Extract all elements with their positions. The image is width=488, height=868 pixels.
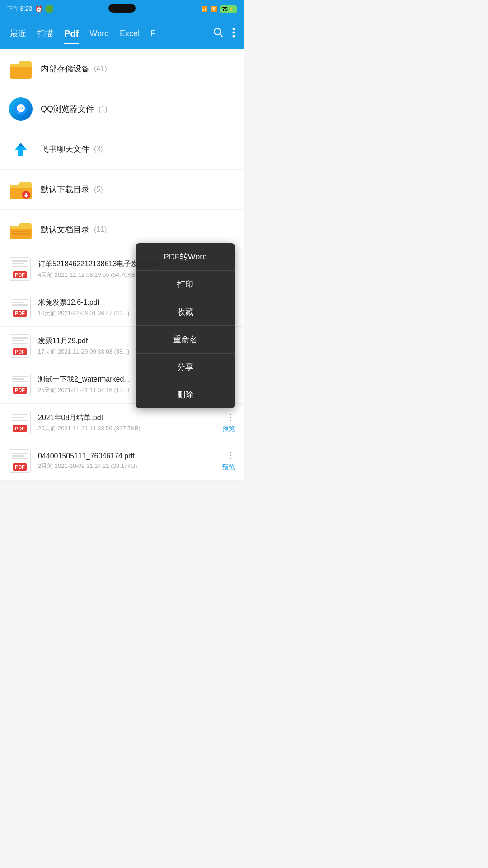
signal-icon: 📶 (201, 6, 208, 12)
more-icon (232, 28, 235, 38)
notch (108, 4, 136, 13)
preview-button-4[interactable]: 预览 (222, 425, 235, 433)
file-name-4: 2021年08月结单.pdf (38, 413, 219, 423)
folder-item-download[interactable]: 默认下载目录 (5) (0, 170, 244, 210)
folder-name-storage: 内部存储设备 (41, 63, 89, 74)
folder-body-feishu: 飞书聊天文件 (3) (41, 144, 103, 155)
file-info-5: 044001505111_76046174.pdf 2月前 2021-10-09… (38, 452, 219, 470)
folder-body-docs: 默认文档目录 (11) (41, 224, 107, 235)
context-menu-item-print[interactable]: 打印 (136, 271, 235, 298)
folder-name-docs: 默认文档目录 (41, 224, 89, 235)
file-list: 内部存储设备 (41) QQ浏览器文件 (1) (0, 49, 244, 481)
folder-count-docs: (11) (94, 226, 107, 234)
folder-icon-feishu (9, 137, 33, 161)
file-meta-5: 2月前 2021-10-09 11:14:21 (38.17KB) (38, 462, 219, 470)
folder-name-download: 默认下载目录 (41, 184, 89, 195)
folder-body-qq: QQ浏览器文件 (1) (41, 104, 108, 114)
pdf-file-icon-2: PDF (9, 334, 31, 358)
svg-line-1 (220, 34, 223, 37)
folder-icon-storage (9, 57, 33, 80)
svg-point-4 (233, 35, 235, 37)
tab-recent[interactable]: 最近 (5, 24, 32, 42)
preview-button-5[interactable]: 预览 (222, 463, 235, 472)
svg-point-2 (233, 28, 235, 30)
qq-browser-icon (9, 97, 33, 121)
svg-point-8 (22, 108, 23, 109)
folder-icon-docs (9, 218, 33, 241)
file-name-5: 044001505111_76046174.pdf (38, 452, 219, 460)
app-icon: 🌿 (45, 5, 53, 13)
folder-item-feishu[interactable]: 飞书聊天文件 (3) (0, 129, 244, 170)
search-icon (213, 28, 223, 38)
context-menu-item-pdf-to-word[interactable]: PDF转Word (136, 243, 235, 271)
battery-level: 75 (222, 6, 228, 12)
svg-rect-15 (12, 231, 30, 232)
folder-count-storage: (41) (94, 65, 107, 73)
more-button-4[interactable]: ⋮ (226, 412, 235, 421)
time-display: 下午3:20 (7, 5, 32, 13)
context-menu-item-rename[interactable]: 重命名 (136, 326, 235, 354)
more-menu-button[interactable] (228, 24, 239, 43)
context-menu-item-share[interactable]: 分享 (136, 354, 235, 381)
more-button-5[interactable]: ⋮ (226, 451, 235, 460)
folder-body-download: 默认下载目录 (5) (41, 184, 103, 195)
tab-excel[interactable]: Excel (114, 25, 145, 42)
folder-count-qq: (1) (99, 105, 108, 113)
tab-scan[interactable]: 扫描 (32, 24, 59, 42)
folder-count-feishu: (3) (94, 145, 103, 153)
file-actions-4: ⋮ 预览 (222, 412, 235, 433)
alarm-icon: ⏰ (35, 5, 42, 13)
context-menu[interactable]: PDF转Word 打印 收藏 重命名 分享 删除 (136, 243, 235, 408)
search-button[interactable] (209, 24, 228, 43)
status-bar: 下午3:20 ⏰ 🌿 📶 🛜 75 ⚡ (0, 0, 244, 18)
folder-name-qq: QQ浏览器文件 (41, 104, 94, 114)
file-meta-4: 25天前 2021-11-21 11:33:56 (327.7KB) (38, 425, 219, 433)
battery-indicator: 75 ⚡ (220, 5, 237, 13)
svg-point-7 (19, 108, 20, 109)
file-item-4[interactable]: PDF 2021年08月结单.pdf 25天前 2021-11-21 11:33… (0, 404, 244, 442)
tab-pdf[interactable]: Pdf (59, 25, 84, 42)
folder-name-feishu: 飞书聊天文件 (41, 144, 89, 155)
folder-icon-qq (9, 97, 33, 121)
folder-body-storage: 内部存储设备 (41) (41, 63, 107, 74)
wifi-icon: 🛜 (211, 6, 217, 12)
folder-item-qq[interactable]: QQ浏览器文件 (1) (0, 89, 244, 129)
context-menu-item-favorite[interactable]: 收藏 (136, 298, 235, 326)
file-item-5[interactable]: PDF 044001505111_76046174.pdf 2月前 2021-1… (0, 442, 244, 481)
file-info-4: 2021年08月结单.pdf 25天前 2021-11-21 11:33:56 … (38, 413, 219, 433)
folder-icon-download (9, 178, 33, 201)
pdf-file-icon-3: PDF (9, 373, 31, 396)
folder-count-download: (5) (94, 185, 103, 193)
pdf-file-icon-5: PDF (9, 449, 31, 473)
svg-rect-16 (12, 233, 30, 235)
tab-f[interactable]: F (145, 25, 161, 42)
pdf-file-icon-4: PDF (9, 411, 31, 434)
status-right: 📶 🛜 75 ⚡ (201, 5, 237, 13)
pdf-file-icon-1: PDF (9, 296, 31, 319)
folder-item-storage[interactable]: 内部存储设备 (41) (0, 49, 244, 89)
feishu-app-icon (9, 137, 33, 161)
pdf-file-icon-0: PDF (9, 257, 31, 281)
top-navigation: 最近 扫描 Pdf Word Excel F | (0, 18, 244, 49)
svg-point-3 (233, 31, 235, 33)
tab-word[interactable]: Word (84, 25, 114, 42)
context-menu-item-delete[interactable]: 删除 (136, 381, 235, 408)
file-actions-5: ⋮ 预览 (222, 451, 235, 472)
status-left: 下午3:20 ⏰ 🌿 (7, 5, 53, 13)
nav-divider: | (161, 28, 167, 39)
